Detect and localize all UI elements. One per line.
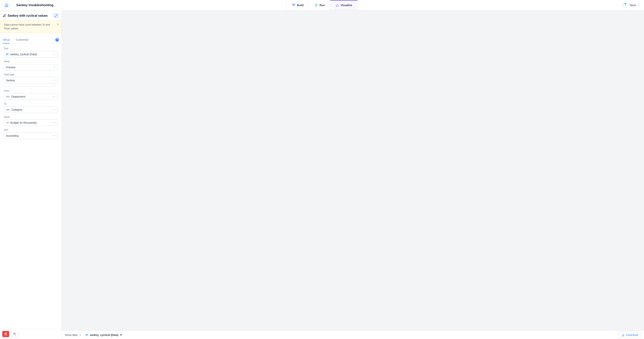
panel-tabs: Setup Customize ? bbox=[0, 36, 62, 44]
label-value: Value bbox=[4, 116, 58, 118]
select-chart-type[interactable]: Sankey bbox=[4, 77, 58, 84]
home-icon bbox=[4, 3, 8, 7]
trash-icon bbox=[4, 332, 7, 335]
duplicate-button[interactable] bbox=[11, 331, 18, 337]
svg-point-11 bbox=[338, 5, 338, 5]
select-to[interactable]: ABC Category bbox=[4, 106, 58, 113]
panel-header: Sankey with cyclical values bbox=[0, 10, 62, 20]
pencil-icon bbox=[3, 14, 6, 18]
label-show: Show bbox=[4, 60, 58, 63]
main: Sankey with cyclical values Data cannot … bbox=[0, 10, 644, 339]
tab-build[interactable]: Build bbox=[286, 0, 309, 10]
svg-rect-0 bbox=[292, 4, 293, 5]
select-sort-value: Ascending bbox=[6, 134, 51, 137]
select-tool[interactable]: sankey_cyclical (Data) bbox=[4, 51, 58, 58]
data-source-chip[interactable]: sankey_cyclical (Data) bbox=[86, 333, 122, 336]
warning-banner: Data cannot have cycle between To and Fr… bbox=[0, 20, 62, 33]
canvas: Show data sankey_cyclical (Data) Downloa… bbox=[62, 10, 644, 339]
delete-button[interactable] bbox=[2, 331, 9, 337]
label-tool: Tool bbox=[4, 47, 58, 50]
field-sort: Sort Ascending bbox=[4, 129, 58, 139]
label-to: To bbox=[4, 103, 58, 105]
copy-icon bbox=[13, 332, 16, 335]
select-to-value: Category bbox=[11, 108, 51, 111]
visualize-icon bbox=[336, 4, 339, 7]
label-from: From bbox=[4, 90, 58, 92]
mode-tabs: Build Run Visualize bbox=[286, 0, 358, 10]
tab-run[interactable]: Run bbox=[309, 0, 330, 10]
chevron-down-icon bbox=[53, 79, 56, 82]
text-type-icon: ABC bbox=[6, 96, 10, 98]
chevron-down-icon bbox=[53, 121, 56, 124]
svg-line-13 bbox=[56, 15, 57, 16]
select-value-field[interactable]: 123 Budget (in thousands) bbox=[4, 119, 58, 126]
chevron-down-icon bbox=[638, 4, 640, 7]
field-chart-type: Chart type Sankey bbox=[4, 73, 58, 84]
field-from: From ABC Department bbox=[4, 90, 58, 100]
download-button[interactable]: Download bbox=[619, 332, 641, 338]
divider bbox=[13, 2, 13, 9]
build-icon bbox=[292, 4, 295, 7]
chevron-up-icon bbox=[79, 334, 82, 336]
table-icon bbox=[86, 334, 88, 336]
user-menu[interactable]: Taryn bbox=[629, 4, 640, 7]
topbar-right: Taryn bbox=[622, 0, 644, 10]
home-button[interactable] bbox=[3, 2, 10, 9]
svg-rect-20 bbox=[86, 334, 88, 335]
tab-visualize[interactable]: Visualize bbox=[330, 0, 358, 10]
svg-marker-23 bbox=[120, 334, 122, 336]
expand-button[interactable] bbox=[54, 13, 59, 19]
field-to: To ABC Category bbox=[4, 103, 58, 113]
sidebar: Sankey with cyclical values Data cannot … bbox=[0, 10, 62, 339]
show-data-toggle[interactable]: Show data bbox=[65, 333, 82, 336]
chevron-down-icon bbox=[53, 134, 56, 137]
select-chart-type-value: Sankey bbox=[6, 79, 51, 82]
select-tool-value: sankey_cyclical (Data) bbox=[10, 53, 51, 56]
panel-title: Sankey with cyclical values bbox=[8, 14, 52, 18]
chevron-down-icon bbox=[53, 95, 56, 98]
canvas-content bbox=[62, 10, 644, 330]
chevron-down-icon bbox=[53, 108, 56, 111]
number-type-icon: 123 bbox=[6, 122, 9, 124]
status-dot bbox=[625, 3, 627, 5]
tab-run-label: Run bbox=[320, 4, 325, 7]
select-from-value: Department bbox=[11, 95, 51, 98]
select-valuefield-value: Budget (in thousands) bbox=[10, 121, 51, 124]
warning-text: Data cannot have cycle between To and Fr… bbox=[4, 23, 50, 30]
user-name: Taryn bbox=[629, 4, 636, 7]
tab-build-label: Build bbox=[297, 4, 304, 7]
status-indicator[interactable] bbox=[622, 3, 626, 7]
setup-form: Tool sankey_cyclical (Data) Show Preview… bbox=[0, 44, 62, 329]
show-data-label: Show data bbox=[65, 333, 78, 336]
select-from[interactable]: ABC Department bbox=[4, 93, 58, 100]
run-icon bbox=[314, 4, 318, 7]
help-button[interactable]: ? bbox=[56, 38, 59, 42]
select-show-value: Preview bbox=[6, 66, 51, 69]
chevron-down-icon bbox=[53, 53, 56, 55]
download-icon bbox=[622, 333, 625, 336]
project-title: Sankey troubleshooting bbox=[16, 3, 54, 7]
divider bbox=[4, 86, 58, 87]
data-source-label: sankey_cyclical (Data) bbox=[90, 333, 118, 336]
text-type-icon: ABC bbox=[6, 109, 10, 111]
field-value: Value 123 Budget (in thousands) bbox=[4, 116, 58, 126]
field-tool: Tool sankey_cyclical (Data) bbox=[4, 47, 58, 58]
svg-rect-16 bbox=[6, 54, 8, 55]
tab-customize[interactable]: Customize bbox=[16, 36, 28, 44]
tab-setup[interactable]: Setup bbox=[3, 36, 10, 44]
label-chart-type: Chart type bbox=[4, 73, 58, 76]
sidebar-footer bbox=[0, 329, 62, 339]
topbar-left: Sankey troubleshooting bbox=[0, 0, 54, 10]
triangle-down-icon bbox=[120, 334, 122, 336]
field-show: Show Preview bbox=[4, 60, 58, 71]
table-icon bbox=[6, 53, 8, 56]
select-show[interactable]: Preview bbox=[4, 64, 58, 71]
chevron-down-icon bbox=[53, 66, 56, 69]
canvas-footer: Show data sankey_cyclical (Data) Downloa… bbox=[62, 330, 644, 339]
select-sort[interactable]: Ascending bbox=[4, 133, 58, 139]
svg-rect-19 bbox=[14, 334, 16, 335]
top-bar: Sankey troubleshooting Build Run Visuali… bbox=[0, 0, 644, 10]
label-sort: Sort bbox=[4, 129, 58, 131]
svg-point-10 bbox=[337, 4, 338, 5]
close-icon[interactable] bbox=[56, 23, 60, 26]
